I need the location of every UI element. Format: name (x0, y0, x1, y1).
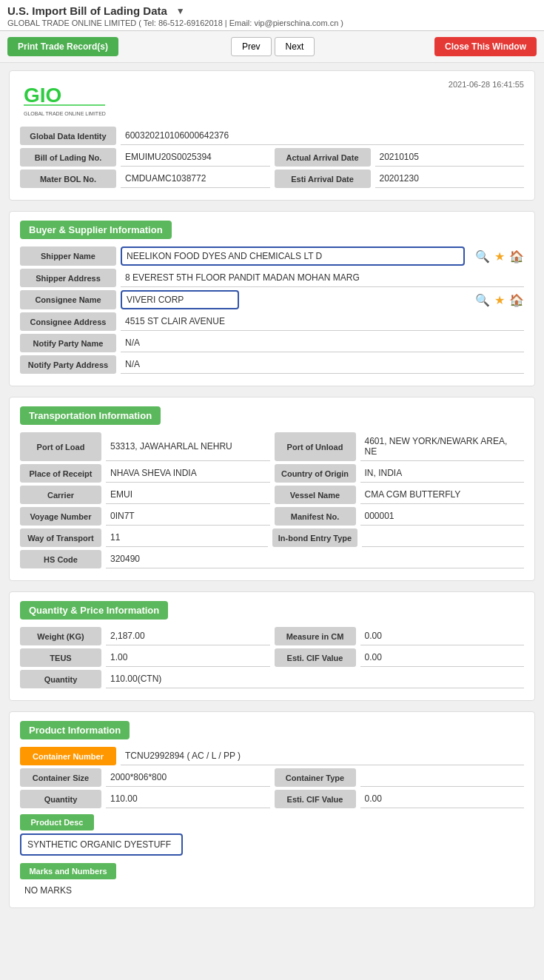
container-size-value: 2000*806*800 (106, 768, 270, 787)
container-size-row: Container Size 2000*806*800 Container Ty… (20, 768, 524, 787)
consignee-star-icon[interactable]: ★ (494, 293, 505, 307)
quantity-value: 110.00(CTN) (106, 670, 524, 688)
way-of-transport-row: Way of Transport 11 In-bond Entry Type (20, 528, 524, 547)
actual-arrival-date-label: Actual Arrival Date (275, 148, 371, 167)
measure-in-cm-label: Measure in CM (275, 627, 356, 645)
teus-row: TEUS 1.00 Esti. CIF Value 0.00 (20, 648, 524, 667)
actual-arrival-date-value: 20210105 (375, 148, 525, 167)
company-logo: GIO GLOBAL TRADE ONLINE LIMITED (20, 80, 109, 121)
place-of-receipt-row: Place of Receipt NHAVA SHEVA INDIA Count… (20, 464, 524, 483)
carrier-value: EMUI (106, 486, 270, 504)
datetime-text: 2021-06-28 16:41:55 (449, 80, 524, 89)
consignee-address-label: Consignee Address (20, 312, 116, 331)
shipper-home-icon[interactable]: 🏠 (509, 249, 524, 264)
marks-and-numbers-value: NO MARKS (20, 882, 524, 899)
title-dropdown-icon[interactable]: ▼ (176, 6, 185, 16)
buyer-supplier-header: Buyer & Supplier Information (20, 221, 172, 239)
page-title: U.S. Import Bill of Lading Data ▼ (7, 4, 537, 17)
shipper-name-row: Shipper Name NEELIKON FOOD DYES AND CHEM… (20, 246, 524, 266)
consignee-address-value: 4515 ST CLAIR AVENUE (121, 312, 524, 331)
global-data-identity-row: Global Data Identity 6003202101060006423… (20, 127, 524, 145)
hs-code-row: HS Code 320490 (20, 550, 524, 568)
consignee-name-label: Consignee Name (20, 290, 116, 309)
svg-text:GLOBAL TRADE ONLINE LIMITED: GLOBAL TRADE ONLINE LIMITED (24, 111, 106, 116)
vessel-name-label: Vessel Name (275, 486, 356, 504)
notify-party-name-value: N/A (121, 334, 524, 352)
logo-card: GIO GLOBAL TRADE ONLINE LIMITED 2021-06-… (9, 70, 535, 201)
quantity-price-header: Quantity & Price Information (20, 601, 168, 620)
mater-bol-label: Mater BOL No. (20, 170, 116, 188)
product-card: Product Information Container Number TCN… (9, 711, 535, 908)
container-size-label: Container Size (20, 768, 101, 787)
port-of-load-row: Port of Load 53313, JAWAHARLAL NEHRU Por… (20, 432, 524, 461)
company-subtitle: GLOBAL TRADE ONLINE LIMITED ( Tel: 86-51… (7, 19, 537, 27)
close-button[interactable]: Close This Window (434, 37, 537, 56)
global-data-identity-value: 600320210106000642376 (121, 127, 524, 145)
consignee-name-row: Consignee Name VIVERI CORP 🔍 ★ 🏠 (20, 290, 524, 309)
transportation-header: Transportation Information (20, 406, 161, 425)
product-esti-cif-label: Esti. CIF Value (275, 790, 356, 808)
quantity-label: Quantity (20, 670, 101, 688)
hs-code-value: 320490 (106, 550, 524, 568)
voyage-number-value: 0IN7T (106, 507, 270, 526)
next-button[interactable]: Next (275, 37, 315, 56)
shipper-star-icon[interactable]: ★ (494, 249, 505, 264)
voyage-row: Voyage Number 0IN7T Manifest No. 000001 (20, 507, 524, 526)
bol-row: Bill of Lading No. EMUIMU20S0025394 Actu… (20, 148, 524, 167)
notify-party-address-value: N/A (121, 355, 524, 374)
quantity-row: Quantity 110.00(CTN) (20, 670, 524, 688)
container-number-value: TCNU2992894 ( AC / L / PP ) (121, 747, 524, 765)
port-of-unload-label: Port of Unload (275, 432, 356, 461)
measure-in-cm-value: 0.00 (360, 627, 525, 645)
port-of-unload-value: 4601, NEW YORK/NEWARK AREA, NE (360, 432, 525, 461)
teus-label: TEUS (20, 648, 101, 667)
consignee-home-icon[interactable]: 🏠 (509, 293, 524, 307)
marks-and-numbers-label: Marks and Numbers (20, 863, 116, 879)
notify-party-address-row: Notify Party Address N/A (20, 355, 524, 374)
transportation-card: Transportation Information Port of Load … (9, 397, 535, 581)
shipper-address-value: 8 EVEREST 5TH FLOOR PANDIT MADAN MOHAN M… (121, 269, 524, 287)
way-of-transport-value: 11 (106, 528, 268, 547)
bol-no-value: EMUIMU20S0025394 (121, 148, 270, 167)
consignee-name-value: VIVERI CORP (121, 290, 239, 309)
mater-bol-row: Mater BOL No. CMDUAMC1038772 Esti Arriva… (20, 170, 524, 188)
shipper-address-label: Shipper Address (20, 269, 116, 287)
prev-button[interactable]: Prev (231, 37, 272, 56)
product-desc-label: Product Desc (20, 814, 94, 830)
in-bond-entry-type-label: In-bond Entry Type (272, 528, 357, 547)
hs-code-label: HS Code (20, 550, 101, 568)
weight-kg-value: 2,187.00 (106, 627, 270, 645)
manifest-no-value: 000001 (360, 507, 525, 526)
notify-party-address-label: Notify Party Address (20, 355, 116, 374)
place-of-receipt-value: NHAVA SHEVA INDIA (106, 464, 270, 483)
vessel-name-value: CMA CGM BUTTERFLY (360, 486, 525, 504)
toolbar: Print Trade Record(s) Prev Next Close Th… (0, 31, 544, 63)
content-area: GIO GLOBAL TRADE ONLINE LIMITED 2021-06-… (0, 63, 544, 926)
shipper-address-row: Shipper Address 8 EVEREST 5TH FLOOR PAND… (20, 269, 524, 287)
place-of-receipt-label: Place of Receipt (20, 464, 101, 483)
bol-no-label: Bill of Lading No. (20, 148, 116, 167)
country-of-origin-value: IN, INDIA (360, 464, 525, 483)
way-of-transport-label: Way of Transport (20, 528, 101, 547)
product-quantity-value: 110.00 (106, 790, 270, 808)
product-quantity-label: Quantity (20, 790, 101, 808)
port-of-load-label: Port of Load (20, 432, 101, 461)
consignee-address-row: Consignee Address 4515 ST CLAIR AVENUE (20, 312, 524, 331)
carrier-row: Carrier EMUI Vessel Name CMA CGM BUTTERF… (20, 486, 524, 504)
weight-row: Weight (KG) 2,187.00 Measure in CM 0.00 (20, 627, 524, 645)
esti-arrival-date-label: Esti Arrival Date (275, 170, 371, 188)
product-quantity-row: Quantity 110.00 Esti. CIF Value 0.00 (20, 790, 524, 808)
shipper-icons: 🔍 ★ 🏠 (475, 246, 524, 266)
esti-cif-value-value: 0.00 (360, 648, 525, 667)
container-number-label: Container Number (20, 747, 116, 765)
consignee-icons: 🔍 ★ 🏠 (475, 290, 524, 309)
esti-arrival-date-value: 20201230 (375, 170, 525, 188)
consignee-search-icon[interactable]: 🔍 (475, 293, 490, 307)
top-bar: U.S. Import Bill of Lading Data ▼ GLOBAL… (0, 0, 544, 31)
print-button[interactable]: Print Trade Record(s) (7, 37, 118, 56)
title-text: U.S. Import Bill of Lading Data (7, 4, 167, 17)
voyage-number-label: Voyage Number (20, 507, 101, 526)
teus-value: 1.00 (106, 648, 270, 667)
shipper-search-icon[interactable]: 🔍 (475, 249, 490, 264)
carrier-label: Carrier (20, 486, 101, 504)
